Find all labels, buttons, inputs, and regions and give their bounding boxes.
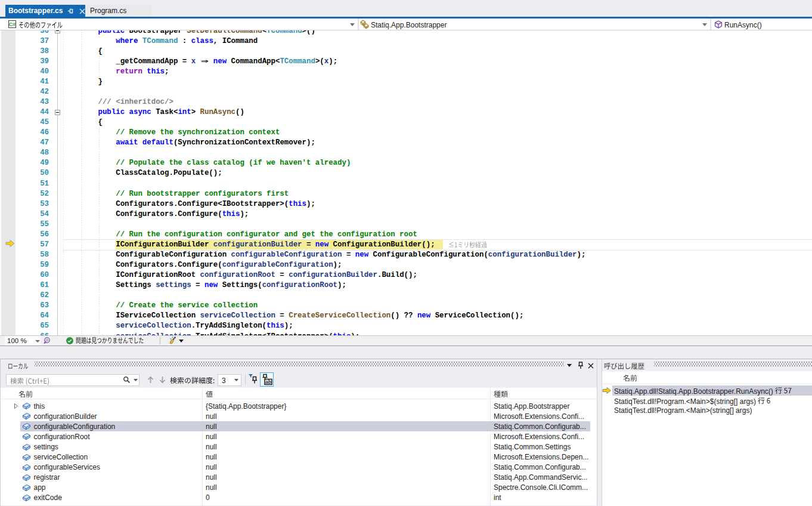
svg-text:C#: C# [9,21,16,27]
svg-text:ab: ab [265,379,271,385]
